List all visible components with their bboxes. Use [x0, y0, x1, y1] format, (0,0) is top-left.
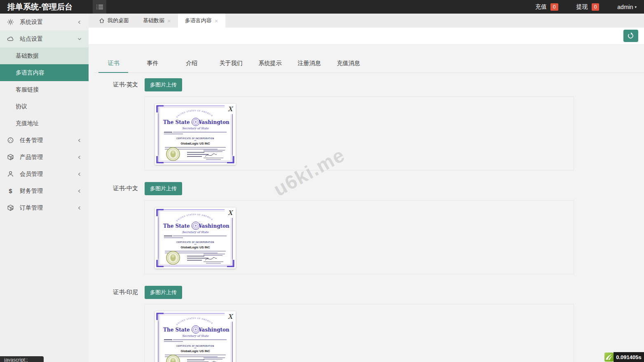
tab-recharge-message[interactable]: 充值消息: [329, 56, 368, 72]
withdraw-label: 提现: [576, 3, 588, 11]
top-header-bar: 排单系统-管理后台 充值 0 提现 0 admin ▾: [0, 0, 644, 14]
page-toolbar: [89, 28, 644, 44]
chevron-left-icon: [77, 172, 82, 177]
upload-preview-area: X: [144, 200, 574, 274]
field-label: 证书-中文: [89, 185, 138, 192]
list-icon: [96, 3, 104, 11]
member-icon: [7, 170, 14, 177]
recharge-stat[interactable]: 充值 0: [535, 3, 558, 11]
tab-about-us[interactable]: 关于我们: [211, 56, 251, 72]
certificate-image: [155, 208, 236, 269]
status-link-hint: javascript:;: [0, 356, 44, 362]
product-icon: [7, 154, 14, 161]
chevron-left-icon: [77, 155, 82, 160]
withdraw-count-badge: 0: [592, 3, 600, 11]
username: admin: [617, 4, 633, 10]
tab-basic-data[interactable]: 基础数据 ×: [136, 14, 178, 28]
upload-preview-area: X: [144, 96, 574, 170]
form-row-certificate-indonesian: 证书-印尼 多图片上传: [89, 286, 644, 299]
certificate-thumbnail: X: [155, 208, 236, 269]
certificate-thumbnail: X: [155, 104, 236, 165]
sidebar-item-customer-service-link[interactable]: 客服链接: [0, 81, 89, 98]
tab-system-prompt[interactable]: 系统提示: [251, 56, 290, 72]
remove-image-button[interactable]: X: [225, 208, 236, 218]
site-icon: [7, 35, 14, 42]
tab-multilanguage-content[interactable]: 多语言内容 ×: [178, 14, 225, 28]
sidebar-item-system-settings[interactable]: 系统设置: [0, 14, 89, 30]
chevron-left-icon: [77, 206, 82, 210]
close-icon[interactable]: ×: [167, 18, 171, 24]
certificate-thumbnail: X: [155, 311, 236, 362]
recharge-label: 充值: [535, 3, 547, 11]
tab-my-desktop[interactable]: 我的桌面: [92, 14, 136, 28]
form-row-certificate-english: 证书-英文 多图片上传: [89, 78, 644, 91]
chevron-down-icon: [77, 37, 82, 42]
sidebar-item-agreement[interactable]: 协议: [0, 98, 89, 115]
chevron-left-icon: [77, 189, 82, 194]
home-icon: [99, 18, 105, 23]
chevron-left-icon: [77, 138, 82, 143]
remove-image-button[interactable]: X: [225, 104, 236, 114]
sidebar-collapse-button[interactable]: [93, 0, 106, 14]
task-icon: [7, 137, 14, 144]
admin-app: UNITED STATES OF AMERICA The State of Wa…: [0, 0, 644, 362]
chevron-down-icon: ▾: [635, 5, 637, 9]
withdraw-stat[interactable]: 提现 0: [576, 3, 600, 11]
refresh-icon: [627, 32, 635, 40]
gear-icon: [7, 19, 14, 26]
form-row-certificate-chinese: 证书-中文 多图片上传: [89, 182, 644, 195]
sidebar: 系统设置 站点设置 基础数据 多语言内容 客服链接 协议 充值地址 任务管理: [0, 14, 89, 362]
field-label: 证书-英文: [89, 81, 138, 89]
recharge-count-badge: 0: [550, 3, 558, 11]
field-label: 证书-印尼: [89, 289, 138, 296]
certificate-image: [155, 104, 236, 165]
close-icon[interactable]: ×: [215, 18, 218, 24]
sidebar-item-multilanguage-content[interactable]: 多语言内容: [0, 64, 89, 81]
tab-event[interactable]: 事件: [133, 56, 172, 72]
sidebar-item-site-settings[interactable]: 站点设置: [0, 30, 89, 47]
header-right-group: 充值 0 提现 0 admin ▾: [535, 3, 644, 11]
sidebar-item-basic-data[interactable]: 基础数据: [0, 47, 89, 64]
tab-introduction[interactable]: 介绍: [172, 56, 211, 72]
tab-register-message[interactable]: 注册消息: [290, 56, 329, 72]
refresh-button[interactable]: [623, 30, 638, 42]
dollar-icon: $: [7, 187, 14, 194]
sidebar-item-task-management[interactable]: 任务管理: [0, 132, 89, 149]
sidebar-item-finance-management[interactable]: $ 财务管理: [0, 182, 89, 199]
main-content: 证书 事件 介绍 关于我们 系统提示 注册消息 充值消息 证书-英文 多图片上传…: [89, 44, 644, 362]
trace-time: 0.091405s: [614, 352, 644, 362]
certificate-image: [155, 311, 236, 362]
tab-certificate[interactable]: 证书: [94, 56, 133, 72]
multi-image-upload-button[interactable]: 多图片上传: [145, 286, 182, 299]
site-settings-submenu: 基础数据 多语言内容 客服链接 协议 充值地址: [0, 47, 89, 132]
multi-image-upload-button[interactable]: 多图片上传: [145, 182, 182, 195]
sidebar-item-member-management[interactable]: 会员管理: [0, 166, 89, 182]
remove-image-button[interactable]: X: [225, 311, 236, 322]
sidebar-item-order-management[interactable]: 订单管理: [0, 199, 89, 216]
open-tabs-bar: 我的桌面 基础数据 × 多语言内容 ×: [89, 14, 644, 28]
sidebar-item-product-management[interactable]: 产品管理: [0, 149, 89, 166]
user-menu[interactable]: admin ▾: [617, 4, 637, 10]
upload-preview-area: X: [144, 304, 574, 362]
content-language-tabs: 证书 事件 介绍 关于我们 系统提示 注册消息 充值消息: [94, 56, 644, 73]
multi-image-upload-button[interactable]: 多图片上传: [145, 78, 182, 91]
chevron-left-icon: [77, 20, 82, 25]
order-icon: [7, 204, 14, 211]
trace-toggle-icon[interactable]: [604, 353, 614, 362]
app-title: 排单系统-管理后台: [0, 2, 87, 12]
sidebar-item-recharge-address[interactable]: 充值地址: [0, 115, 89, 132]
